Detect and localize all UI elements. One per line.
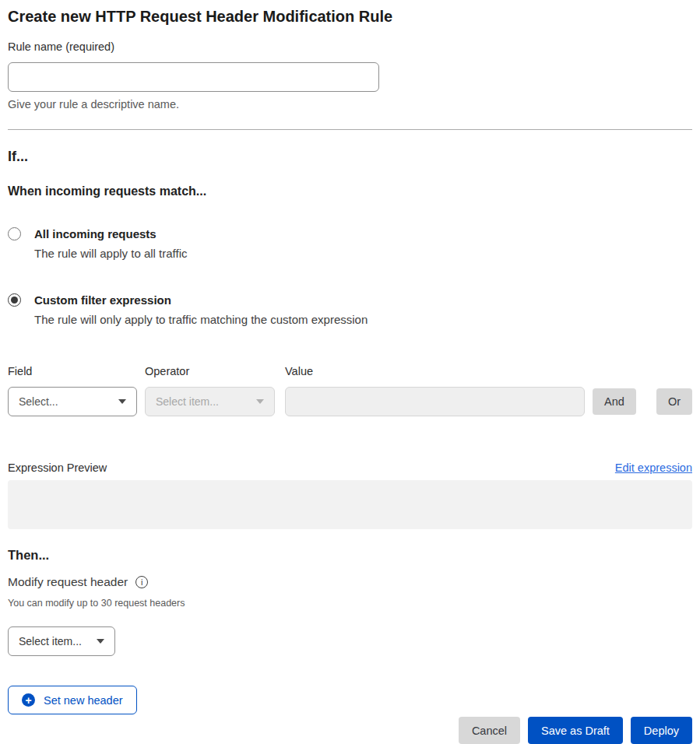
chevron-down-icon <box>256 399 264 404</box>
when-heading: When incoming requests match... <box>8 183 692 200</box>
expression-preview-box <box>8 480 692 529</box>
radio-label: All incoming requests <box>34 226 187 242</box>
if-heading: If... <box>8 147 692 166</box>
field-select[interactable]: Select... <box>8 387 137 416</box>
header-action-select-value: Select item... <box>19 635 82 647</box>
set-new-header-button[interactable]: + Set new header <box>8 686 137 714</box>
then-heading: Then... <box>8 546 692 563</box>
footer-actions: Cancel Save as Draft Deploy <box>8 717 692 744</box>
chevron-down-icon <box>118 399 126 404</box>
section-divider <box>8 129 692 130</box>
cancel-button[interactable]: Cancel <box>459 717 520 744</box>
field-select-value: Select... <box>19 395 58 408</box>
save-draft-button[interactable]: Save as Draft <box>528 717 623 744</box>
operator-label: Operator <box>145 363 275 379</box>
page-title: Create new HTTP Request Header Modificat… <box>8 6 692 26</box>
radio-description: The rule will apply to all traffic <box>34 246 187 261</box>
value-input[interactable] <box>285 387 585 416</box>
info-icon[interactable]: i <box>135 576 148 588</box>
plus-icon: + <box>22 693 35 707</box>
operator-select[interactable]: Select item... <box>145 387 275 416</box>
modify-header-label: Modify request header <box>8 574 128 590</box>
rule-name-input[interactable] <box>8 62 379 92</box>
operator-select-value: Select item... <box>156 395 219 408</box>
create-rule-page: Create new HTTP Request Header Modificat… <box>0 0 700 744</box>
header-action-select[interactable]: Select item... <box>8 626 115 656</box>
radio-button[interactable] <box>8 293 21 307</box>
expression-builder-row: Field Select... Operator Select item... … <box>8 363 692 416</box>
deploy-button[interactable]: Deploy <box>631 717 692 744</box>
and-button[interactable]: And <box>593 388 636 415</box>
radio-option-all-incoming[interactable]: All incoming requests The rule will appl… <box>8 226 692 261</box>
or-button[interactable]: Or <box>656 388 692 415</box>
match-radio-group: All incoming requests The rule will appl… <box>8 226 692 328</box>
chevron-down-icon <box>97 639 104 644</box>
radio-option-custom-filter[interactable]: Custom filter expression The rule will o… <box>8 293 692 328</box>
field-label: Field <box>8 363 137 379</box>
modify-header-help: You can modify up to 30 request headers <box>8 597 692 609</box>
rule-name-help: Give your rule a descriptive name. <box>8 97 692 112</box>
radio-label: Custom filter expression <box>34 293 368 308</box>
value-label: Value <box>285 363 585 379</box>
expression-preview-label: Expression Preview <box>8 460 107 476</box>
radio-button[interactable] <box>8 227 21 240</box>
edit-expression-link[interactable]: Edit expression <box>615 460 692 476</box>
rule-name-label: Rule name (required) <box>8 39 692 54</box>
radio-description: The rule will only apply to traffic matc… <box>34 312 368 328</box>
set-new-header-label: Set new header <box>44 694 123 707</box>
